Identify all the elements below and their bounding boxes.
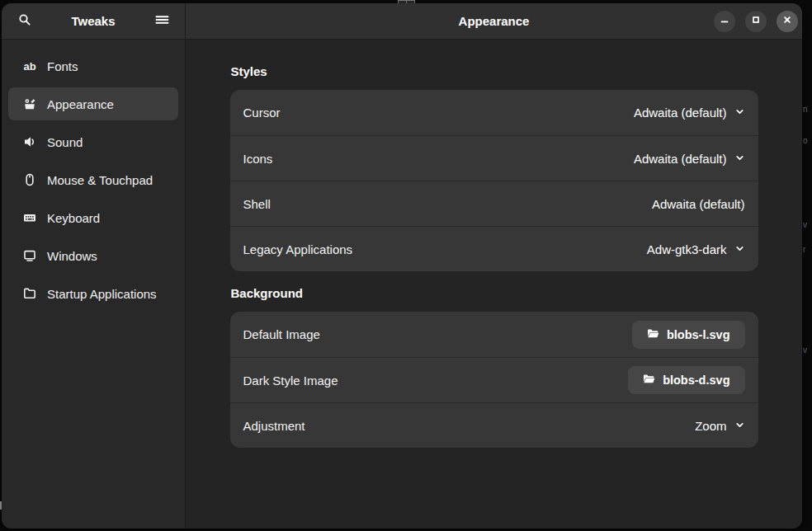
- close-button[interactable]: [777, 11, 798, 32]
- window-controls: [714, 11, 798, 32]
- icons-theme-row[interactable]: Icons Adwaita (default): [230, 135, 758, 181]
- row-label: Default Image: [243, 327, 632, 341]
- window-body: ab Fonts Appearance Sound: [2, 40, 802, 529]
- default-image-row: Default Image blobs-l.svg: [230, 312, 758, 357]
- titlebar: Tweaks Appearance: [2, 3, 802, 40]
- sidebar-item-label: Mouse & Touchpad: [47, 173, 153, 187]
- dark-style-image-file-button[interactable]: blobs-d.svg: [628, 366, 744, 394]
- cursor-theme-dropdown: Adwaita (default): [634, 106, 745, 120]
- row-label: Adjustment: [243, 419, 696, 433]
- desktop: n o v r v Tweaks Appearance: [0, 0, 812, 531]
- maximize-icon: [750, 14, 762, 29]
- chevron-down-icon: [734, 419, 745, 433]
- default-image-file-button[interactable]: blobs-l.svg: [632, 321, 745, 349]
- icons-theme-dropdown: Adwaita (default): [634, 152, 745, 166]
- row-label: Shell: [243, 197, 652, 211]
- sidebar-item-fonts[interactable]: ab Fonts: [8, 49, 178, 82]
- chevron-down-icon: [734, 106, 745, 120]
- minimize-button[interactable]: [714, 11, 735, 32]
- sidebar-item-label: Windows: [47, 249, 97, 263]
- background-window-fragment: n: [803, 106, 812, 114]
- section-heading-background: Background: [231, 286, 758, 300]
- sidebar-item-label: Startup Applications: [47, 287, 157, 301]
- sidebar-item-keyboard[interactable]: Keyboard: [8, 201, 178, 234]
- sidebar-item-label: Appearance: [47, 97, 114, 111]
- appearance-panel: Styles Cursor Adwaita (default) Icons: [186, 40, 802, 529]
- sidebar-item-windows[interactable]: Windows: [8, 239, 178, 272]
- dropdown-value: Adw-gtk3-dark: [647, 242, 727, 256]
- background-card: Default Image blobs-l.svg Dark Style Ima…: [230, 312, 758, 448]
- background-window-fragment: v: [803, 346, 812, 355]
- maximize-button[interactable]: [745, 11, 767, 32]
- page-title: Appearance: [459, 14, 530, 28]
- background-window-fragment: o: [803, 137, 812, 145]
- sidebar-item-mouse-touchpad[interactable]: Mouse & Touchpad: [8, 163, 178, 196]
- tweaks-window: Tweaks Appearance: [2, 3, 802, 529]
- file-button-label: blobs-l.svg: [667, 328, 730, 341]
- close-icon: [781, 14, 793, 29]
- window-icon: [23, 249, 36, 262]
- background-section: Background Default Image blobs-l.svg Dar…: [230, 286, 758, 448]
- row-label: Dark Style Image: [243, 374, 629, 388]
- mouse-icon: [23, 173, 36, 186]
- folder-open-icon: [647, 328, 659, 341]
- keyboard-icon: [23, 211, 36, 224]
- chevron-down-icon: [734, 242, 745, 256]
- sidebar-item-label: Fonts: [47, 59, 78, 73]
- styles-section: Styles Cursor Adwaita (default) Icons: [230, 64, 758, 271]
- styles-card: Cursor Adwaita (default) Icons Adwaita (…: [230, 90, 758, 271]
- minimize-icon: [719, 14, 730, 29]
- legacy-applications-dropdown: Adw-gtk3-dark: [647, 242, 745, 256]
- sidebar: ab Fonts Appearance Sound: [2, 40, 186, 529]
- main-headerbar: Appearance: [186, 3, 802, 39]
- fonts-ab-icon: ab: [23, 59, 36, 73]
- shell-theme-value: Adwaita (default): [652, 197, 745, 211]
- shell-theme-row: Shell Adwaita (default): [230, 181, 758, 226]
- sidebar-item-sound[interactable]: Sound: [8, 125, 178, 158]
- search-icon: [18, 13, 31, 30]
- app-title: Tweaks: [71, 14, 115, 28]
- dropdown-value: Zoom: [695, 419, 726, 433]
- legacy-applications-theme-row[interactable]: Legacy Applications Adw-gtk3-dark: [230, 226, 758, 271]
- dropdown-value: Adwaita (default): [634, 106, 727, 120]
- row-label: Cursor: [243, 106, 634, 120]
- chevron-down-icon: [734, 152, 745, 166]
- background-window-fragment: r: [803, 246, 812, 254]
- search-button[interactable]: [13, 10, 36, 33]
- section-heading-styles: Styles: [231, 64, 758, 78]
- dark-style-image-row: Dark Style Image blobs-d.svg: [230, 357, 758, 402]
- adjustment-dropdown: Zoom: [695, 419, 744, 433]
- cursor-theme-row[interactable]: Cursor Adwaita (default): [230, 90, 758, 135]
- hamburger-menu-icon: [155, 13, 169, 30]
- adjustment-row[interactable]: Adjustment Zoom: [230, 402, 758, 448]
- folder-open-icon: [643, 374, 655, 387]
- appearance-toolbox-icon: [23, 97, 36, 110]
- sidebar-item-label: Keyboard: [47, 211, 100, 225]
- static-value: Adwaita (default): [652, 197, 745, 211]
- background-window-fragment: v: [803, 221, 812, 229]
- sidebar-item-appearance[interactable]: Appearance: [8, 87, 178, 120]
- dropdown-value: Adwaita (default): [634, 152, 727, 166]
- sidebar-item-startup-applications[interactable]: Startup Applications: [8, 277, 178, 310]
- speaker-icon: [23, 135, 36, 148]
- row-label: Legacy Applications: [243, 242, 647, 256]
- sidebar-headerbar: Tweaks: [2, 3, 186, 39]
- folder-icon: [23, 287, 36, 300]
- primary-menu-button[interactable]: [150, 10, 173, 33]
- sidebar-item-label: Sound: [47, 135, 83, 149]
- row-label: Icons: [243, 152, 634, 166]
- file-button-label: blobs-d.svg: [663, 374, 729, 387]
